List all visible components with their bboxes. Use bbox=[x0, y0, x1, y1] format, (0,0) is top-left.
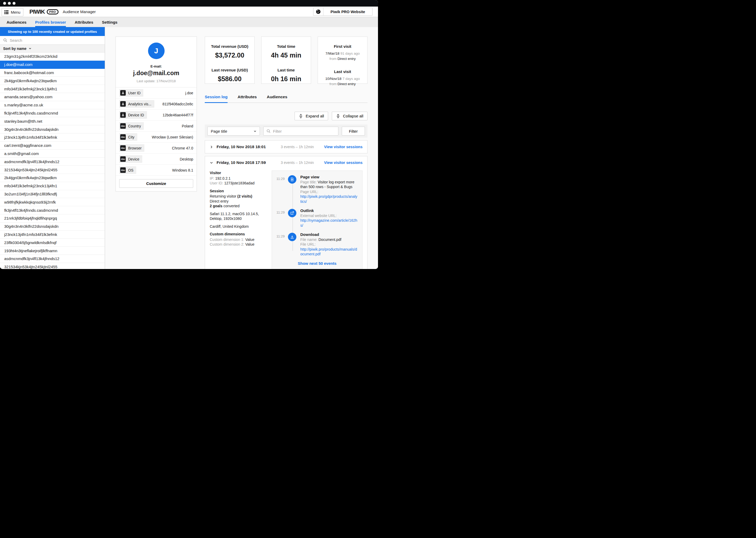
profile-list-item[interactable]: fk3jn4fl13k4jfnnds.casdmcnmd bbox=[0, 109, 105, 117]
expand-all-label: Expand all bbox=[306, 114, 324, 118]
profile-list-item-label: 193ht4n3tjneflakejroifjlkffnamn bbox=[4, 248, 57, 253]
profile-list-item[interactable]: asdmcnmdfk3jn4fl13k4jfnnds12 bbox=[0, 255, 105, 263]
session-heading: Session bbox=[210, 188, 268, 193]
profile-list-item[interactable]: 3o2urn1l34fj1n3l4fjn1llll3fkndfj bbox=[0, 190, 105, 198]
session-header[interactable]: Friday, 10 Nov 2018 18:01 3 events – 1h … bbox=[205, 140, 367, 153]
nav-tab[interactable]: Settings bbox=[102, 17, 117, 27]
field-chip-city: Abc City bbox=[119, 133, 137, 141]
nav-tab[interactable]: Audiences bbox=[7, 17, 26, 27]
profile-list-item[interactable]: 21nrk3jfdbfoiq4jfnqldfihqnprgq bbox=[0, 214, 105, 223]
profile-list-item[interactable]: j23nck13j4fn1mfo34if1lk3efmk bbox=[0, 231, 105, 239]
profile-list-item[interactable]: mfo34if1lk3efmkj23nck13j4fn1 bbox=[0, 85, 105, 93]
person-icon bbox=[120, 101, 126, 107]
view-visitor-sessions-link[interactable]: View visitor sessions bbox=[324, 145, 362, 149]
filter-button[interactable]: Filter bbox=[342, 127, 365, 135]
profile-field-row: Abc City Wrocław (Lower Silesian) bbox=[116, 132, 197, 143]
profile-list-item[interactable]: s.marley@acme.co.uk bbox=[0, 101, 105, 109]
nav-tab[interactable]: Attributes bbox=[74, 17, 93, 27]
cd2-label: Custom dimension 2: bbox=[210, 242, 244, 246]
profile-list-item[interactable]: a.smith@gmail.com bbox=[0, 150, 105, 158]
profile-list-item[interactable]: franc.babcock@hotmail.com bbox=[0, 69, 105, 77]
detail-tab[interactable]: Audiences bbox=[267, 94, 287, 102]
field-chip-country: Abc Country bbox=[119, 122, 144, 130]
window-control-dot[interactable] bbox=[13, 2, 16, 5]
profile-list-item[interactable]: 23gm31g2kml4f2l3kcm23rlckd bbox=[0, 53, 105, 61]
visitor-ip-line: IP: 192.0.2.1 bbox=[210, 176, 268, 181]
window-control-dot[interactable] bbox=[8, 2, 11, 5]
event-download: 11:29 Download File name: Document.pdf F… bbox=[276, 232, 358, 257]
field-value: 811f9408adcc2e8c bbox=[163, 102, 193, 106]
profile-list-item[interactable]: fk3jn4fl13k4jfnnds.casdmcnmd bbox=[0, 206, 105, 214]
chevron-down-icon bbox=[28, 47, 31, 50]
tech-line: Safari 11.1.2, macOS 10.14.5, Dektop, 19… bbox=[210, 211, 268, 221]
profile-list-item[interactable]: mfo34if1lk3efmkj23nck13j4fn1 bbox=[0, 182, 105, 190]
window-control-dot[interactable] bbox=[3, 2, 6, 5]
globe-icon[interactable] bbox=[313, 8, 323, 16]
profile-list-item[interactable]: j23nck13j4fn1mfo34if1lk3efmk bbox=[0, 134, 105, 141]
website-switcher-button[interactable]: Piwik PRO Website bbox=[323, 8, 372, 16]
profile-field-row: Analytics vis... 811f9408adcc2e8c bbox=[116, 98, 197, 110]
detail-column: Total revenue (USD) $3,572.00 Last reven… bbox=[205, 36, 367, 269]
profile-list-item-label: stanley.baum@tth.net bbox=[4, 119, 42, 124]
field-label: Browser bbox=[128, 146, 141, 150]
last-visit-label: Last visit bbox=[318, 69, 367, 74]
event-title: Page view bbox=[300, 175, 358, 180]
event-outlink: 11:29 Outlink External website URL: http… bbox=[276, 208, 358, 228]
profile-list-item[interactable]: 321534kjn53k4jtn245kjtnl2455 bbox=[0, 263, 105, 269]
search-row bbox=[0, 36, 105, 45]
last-revenue-value: $586.00 bbox=[205, 75, 254, 83]
ip-value: 192.0.2.1 bbox=[215, 176, 230, 181]
profile-list-item[interactable]: w98fnjfkjkwkkqkqnso93ij2rnfk bbox=[0, 198, 105, 206]
profile-list-item[interactable]: 2k4tjgnl3krmfk4wjtn23tqwdkm bbox=[0, 174, 105, 182]
profile-list-item-label: 321534kjn53k4jtn245kjtnl2455 bbox=[4, 168, 58, 172]
field-label: OS bbox=[128, 168, 133, 172]
event-row-label: Page title: bbox=[300, 180, 316, 184]
profile-list-item[interactable]: 193ht4n3tjneflakejroifjlkffnamn bbox=[0, 247, 105, 255]
event-row-value: Document.pdf bbox=[318, 238, 341, 242]
session-header[interactable]: Friday, 10 Nov 2018 17:59 3 events – 1h … bbox=[205, 156, 367, 169]
page-url-link[interactable]: http://piwik.pro/gdpr/products/analytics… bbox=[300, 194, 357, 204]
last-visit-source-line: from Direct entry bbox=[318, 82, 367, 86]
external-url-link[interactable]: http://nymagazine.com/article/162hs/ bbox=[300, 218, 357, 228]
profile-list-item[interactable]: stanley.baum@tth.net bbox=[0, 117, 105, 125]
user-id-label: User ID: bbox=[210, 181, 223, 185]
customize-button[interactable]: Customize bbox=[119, 179, 193, 188]
profile-field-row: User ID j.doe bbox=[116, 87, 197, 98]
profile-list-item[interactable]: carl.trent@aggfinance.com bbox=[0, 141, 105, 150]
filter-input[interactable] bbox=[273, 129, 335, 134]
detail-tab[interactable]: Attributes bbox=[238, 94, 257, 102]
profile-list-item-label: 23flk0304i5j5gnwldkmlsdkfnqf bbox=[4, 241, 57, 245]
detail-tabs: Session log Attributes Audiences bbox=[205, 94, 367, 103]
total-revenue-label: Total revenue (USD) bbox=[205, 44, 254, 49]
field-value: Windows 8.1 bbox=[172, 168, 193, 172]
profile-list-item[interactable]: 30g4n3n4n3klfn22dsnsdajskdn bbox=[0, 125, 105, 134]
profile-list-item[interactable]: amanda.sears@yahoo.com bbox=[0, 93, 105, 101]
filter-by-select[interactable]: Page title bbox=[208, 127, 260, 135]
event-time: 11:29 bbox=[276, 208, 288, 228]
profile-list-item[interactable]: j.doe@mail.com bbox=[0, 61, 105, 69]
location-line: Cardiff, United Kingdom bbox=[210, 224, 268, 229]
last-time-label: Last time bbox=[261, 68, 311, 72]
file-url-link[interactable]: http://piwik.pro/products/manuals/docume… bbox=[300, 247, 357, 256]
profile-list-item[interactable]: 2k4tjgnl3krmfk4wjtn23tqwdkm bbox=[0, 77, 105, 85]
view-visitor-sessions-link[interactable]: View visitor sessions bbox=[324, 161, 362, 165]
profile-list-item[interactable]: 23flk0304i5j5gnwldkmlsdkfnqf bbox=[0, 239, 105, 247]
profile-list-item[interactable]: 30g4n3n4n3klfn22dsnsdajskdn bbox=[0, 223, 105, 231]
from-label: from bbox=[329, 57, 337, 61]
search-input[interactable] bbox=[10, 38, 102, 42]
sort-by-dropdown[interactable]: Sort by name bbox=[0, 45, 105, 53]
nav-tab[interactable]: Profiles browser bbox=[35, 17, 66, 27]
goals-count: 2 goals bbox=[210, 204, 222, 208]
profile-list-item[interactable]: 321534kjn53k4jtn245kjtnl2455 bbox=[0, 166, 105, 174]
event-body: Page view Page title: Visitor log export… bbox=[300, 175, 358, 204]
menu-button[interactable]: Menu bbox=[2, 8, 24, 16]
show-next-events-link[interactable]: Show next 50 events bbox=[298, 261, 337, 266]
detail-tab[interactable]: Session log bbox=[205, 94, 228, 102]
profiles-sidebar: Showing up to 100 recently created or up… bbox=[0, 27, 105, 269]
collapse-all-button[interactable]: Collapse all bbox=[332, 112, 367, 120]
profile-list-item[interactable]: asdmcnmdfk3jn4fl13k4jfnnds12 bbox=[0, 158, 105, 166]
main-nav-tabs: Audiences Profiles browser Attributes Se… bbox=[0, 17, 378, 27]
profile-list-item-label: 321534kjn53k4jtn245kjtnl2455 bbox=[4, 265, 58, 269]
expand-all-button[interactable]: Expand all bbox=[295, 112, 328, 120]
event-title: Outlink bbox=[300, 208, 358, 213]
